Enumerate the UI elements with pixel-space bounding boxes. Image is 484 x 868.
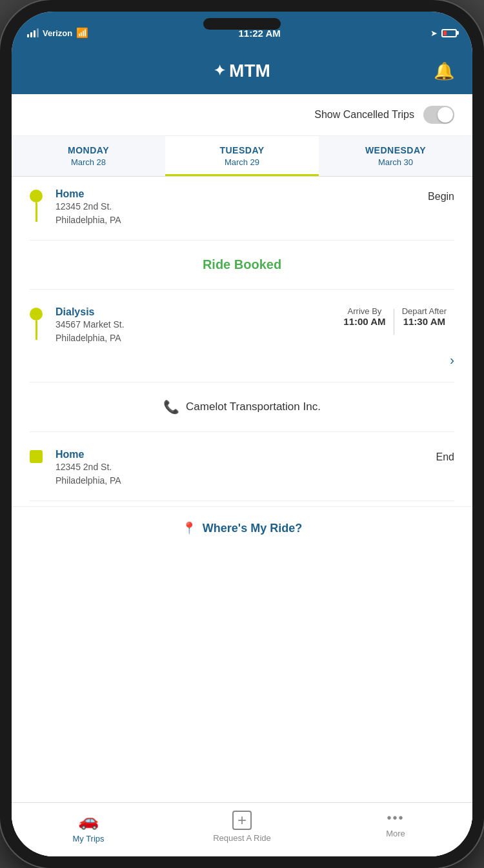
location-pin-icon: 📍 [182, 521, 196, 535]
ride-booked-status: Ride Booked [203, 257, 281, 271]
stop-home-address1: 12345 2nd St. [55, 200, 415, 213]
wheres-my-ride-section: 📍 Where's My Ride? [12, 506, 472, 547]
status-bar: Verizon 📶 11:22 AM ➤ [12, 12, 472, 48]
my-trips-label: My Trips [72, 834, 104, 843]
wheres-my-ride-button[interactable]: 📍 Where's My Ride? [182, 521, 302, 535]
car-icon: 🚗 [78, 811, 99, 831]
stop-home-end-info: Home 12345 2nd St. Philadelphia, PA [55, 449, 423, 488]
arrive-by-block: Arrive By 11:00 AM [336, 306, 393, 327]
battery-fill [443, 31, 447, 35]
divider-1 [30, 240, 454, 241]
stop-dialysis-row: Dialysis 34567 Market St. Philadelphia, … [30, 295, 454, 353]
logo-star: ✦ [214, 63, 225, 79]
tuesday-name: TUESDAY [170, 145, 314, 155]
app-logo: ✦ MTM [214, 61, 270, 81]
location-icon: ➤ [430, 28, 438, 38]
request-ride-label: Request A Ride [213, 833, 271, 843]
transport-row: 📞 Camelot Transportation Inc. [12, 388, 472, 426]
monday-date: March 28 [17, 157, 160, 167]
arrive-by-label: Arrive By [343, 306, 385, 316]
stop-dialysis-name: Dialysis [55, 306, 323, 318]
depart-after-label: Depart After [402, 306, 447, 316]
bottom-nav: 🚗 My Trips + Request A Ride ••• More [12, 802, 472, 856]
more-label: More [386, 829, 405, 838]
stop-home-begin-row: Home 12345 2nd St. Philadelphia, PA Begi… [30, 177, 454, 235]
stop-home-address2: Philadelphia, PA [55, 213, 415, 227]
stop-dialysis-info: Dialysis 34567 Market St. Philadelphia, … [55, 306, 323, 345]
stop-dot-home-end [30, 450, 43, 463]
transport-company: Camelot Transportation Inc. [186, 400, 321, 413]
app-header: ✦ MTM 🔔 [12, 48, 472, 94]
stop-home-end-row: Home 12345 2nd St. Philadelphia, PA End [30, 437, 454, 495]
battery-icon [441, 29, 457, 37]
divider-5 [30, 500, 454, 501]
cancelled-trips-toggle[interactable] [423, 106, 454, 124]
stop-home-info: Home 12345 2nd St. Philadelphia, PA [55, 188, 415, 227]
arrive-by-time: 11:00 AM [343, 316, 385, 327]
stop-home-begin: Home 12345 2nd St. Philadelphia, PA Begi… [12, 177, 472, 235]
stop-home-name: Home [55, 188, 415, 200]
carrier-label: Verizon [43, 28, 72, 38]
stop-home-end-address2: Philadelphia, PA [55, 474, 423, 488]
stop-home-end-action: End [436, 449, 454, 463]
stop-dot-dialysis [30, 308, 43, 321]
nav-request-ride[interactable]: + Request A Ride [165, 811, 319, 843]
app-content: Show Cancelled Trips MONDAY March 28 TUE… [12, 94, 472, 856]
more-icon: ••• [387, 811, 404, 825]
monday-name: MONDAY [17, 145, 160, 155]
toggle-label: Show Cancelled Trips [314, 109, 414, 121]
chevron-row[interactable]: › [12, 353, 472, 377]
logo-text: MTM [229, 61, 270, 81]
add-icon: + [232, 811, 252, 830]
phone-icon: 📞 [163, 399, 179, 415]
status-right: ➤ [430, 28, 457, 38]
wednesday-name: WEDNESDAY [324, 145, 467, 155]
day-tabs: MONDAY March 28 TUESDAY March 29 WEDNESD… [12, 136, 472, 177]
bell-icon: 🔔 [434, 61, 454, 81]
stop-dialysis: Dialysis 34567 Market St. Philadelphia, … [12, 295, 472, 353]
divider-4 [30, 431, 454, 432]
signal-bars [27, 28, 39, 37]
stop-home-end-address1: 12345 2nd St. [55, 460, 423, 474]
depart-after-block: Depart After 11:30 AM [394, 306, 454, 327]
depart-after-time: 11:30 AM [402, 316, 447, 327]
wifi-icon: 📶 [76, 27, 88, 39]
stop-dot-home [30, 190, 43, 202]
stop-dialysis-address1: 34567 Market St. [55, 318, 323, 331]
tab-monday[interactable]: MONDAY March 28 [12, 136, 165, 176]
nav-more[interactable]: ••• More [319, 811, 472, 843]
stop-dialysis-address2: Philadelphia, PA [55, 331, 323, 345]
stop-home-action: Begin [428, 188, 454, 202]
toggle-bar: Show Cancelled Trips [12, 94, 472, 136]
divider-2 [30, 289, 454, 290]
nav-my-trips[interactable]: 🚗 My Trips [12, 811, 165, 843]
stop-dialysis-times: Arrive By 11:00 AM Depart After 11:30 AM [336, 306, 454, 335]
wheres-ride-label: Where's My Ride? [203, 522, 302, 535]
stop-home-end-name: Home [55, 449, 423, 460]
tab-wednesday[interactable]: WEDNESDAY March 30 [319, 136, 472, 176]
wednesday-date: March 30 [324, 157, 467, 167]
notification-bell-button[interactable]: 🔔 [434, 61, 454, 81]
chevron-right-icon[interactable]: › [450, 353, 454, 368]
stop-home-end: Home 12345 2nd St. Philadelphia, PA End [12, 437, 472, 495]
trip-content: Home 12345 2nd St. Philadelphia, PA Begi… [12, 177, 472, 802]
divider-3 [30, 382, 454, 382]
ride-booked-section: Ride Booked [12, 246, 472, 284]
status-left: Verizon 📶 [27, 27, 88, 39]
tab-tuesday[interactable]: TUESDAY March 29 [165, 136, 319, 176]
tuesday-date: March 29 [170, 157, 314, 167]
